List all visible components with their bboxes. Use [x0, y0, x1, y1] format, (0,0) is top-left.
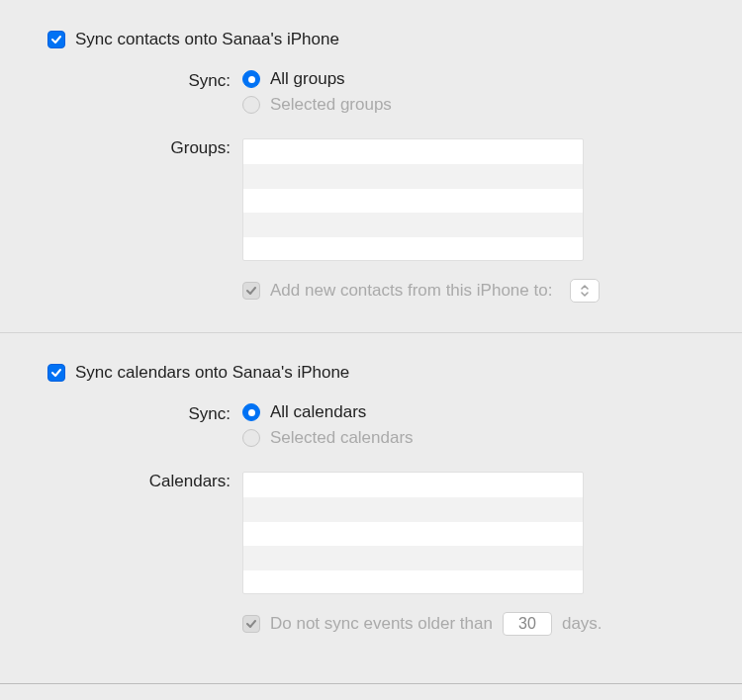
groups-row: Groups:	[40, 136, 702, 261]
days-suffix: days.	[562, 614, 603, 634]
sync-contacts-label: Sync contacts onto Sanaa's iPhone	[75, 30, 339, 49]
list-item	[243, 497, 583, 522]
list-item	[243, 213, 583, 237]
list-item	[243, 237, 583, 261]
checkmark-icon	[245, 285, 257, 297]
calendars-all-option[interactable]: All calendars	[242, 402, 702, 422]
list-item	[243, 189, 583, 214]
list-item	[243, 570, 583, 594]
contacts-sync-label: Sync:	[40, 69, 242, 91]
calendars-sync-label: Sync:	[40, 402, 242, 424]
radio-all-groups-label: All groups	[270, 69, 345, 89]
calendars-sync-row: Sync: All calendars Selected calendars	[40, 402, 702, 454]
calendars-header-row: Sync calendars onto Sanaa's iPhone	[40, 363, 702, 383]
days-input: 30	[503, 612, 552, 636]
do-not-sync-checkbox	[242, 615, 260, 633]
list-item	[243, 164, 583, 189]
do-not-sync-prefix: Do not sync events older than	[270, 614, 493, 634]
calendars-section: Sync calendars onto Sanaa's iPhone Sync:…	[40, 363, 702, 665]
radio-all-calendars-label: All calendars	[270, 402, 366, 422]
contacts-all-groups-option[interactable]: All groups	[242, 69, 702, 89]
checkmark-icon	[50, 367, 62, 379]
section-divider	[0, 332, 742, 333]
sync-calendars-checkbox[interactable]	[47, 364, 65, 382]
sync-calendars-label: Sync calendars onto Sanaa's iPhone	[75, 363, 349, 383]
checkmark-icon	[245, 618, 257, 630]
up-down-chevron-icon	[580, 284, 590, 298]
calendars-row: Calendars:	[40, 470, 702, 594]
days-value: 30	[518, 615, 536, 633]
bottom-divider	[0, 683, 742, 684]
list-item	[243, 522, 583, 547]
calendars-sync-options: All calendars Selected calendars	[242, 402, 702, 454]
radio-selected-groups[interactable]	[242, 96, 260, 114]
calendars-listbox[interactable]	[242, 472, 584, 594]
list-item	[243, 546, 583, 570]
calendars-selected-option[interactable]: Selected calendars	[242, 428, 702, 448]
radio-selected-groups-label: Selected groups	[270, 95, 392, 115]
contacts-section: Sync contacts onto Sanaa's iPhone Sync: …	[40, 30, 702, 332]
do-not-sync-row: Do not sync events older than 30 days.	[40, 612, 702, 636]
groups-listbox[interactable]	[242, 138, 584, 261]
contacts-selected-groups-option[interactable]: Selected groups	[242, 95, 702, 115]
calendars-content	[242, 470, 702, 594]
checkmark-icon	[50, 34, 62, 45]
radio-selected-calendars-label: Selected calendars	[270, 428, 414, 448]
contacts-sync-row: Sync: All groups Selected groups	[40, 69, 702, 121]
add-new-contacts-row: Add new contacts from this iPhone to:	[40, 279, 702, 303]
radio-selected-calendars[interactable]	[242, 429, 260, 447]
contacts-header-row: Sync contacts onto Sanaa's iPhone	[40, 30, 702, 49]
groups-content	[242, 136, 702, 261]
list-item	[243, 139, 583, 164]
add-new-contacts-popup	[570, 279, 600, 303]
add-new-contacts-checkbox	[242, 282, 260, 300]
radio-all-calendars[interactable]	[242, 403, 260, 421]
groups-label: Groups:	[40, 136, 242, 158]
contacts-sync-options: All groups Selected groups	[242, 69, 702, 121]
radio-all-groups[interactable]	[242, 70, 260, 88]
add-new-contacts-label: Add new contacts from this iPhone to:	[270, 281, 552, 301]
calendars-label: Calendars:	[40, 470, 242, 491]
sync-contacts-checkbox[interactable]	[47, 31, 65, 48]
list-item	[243, 473, 583, 497]
